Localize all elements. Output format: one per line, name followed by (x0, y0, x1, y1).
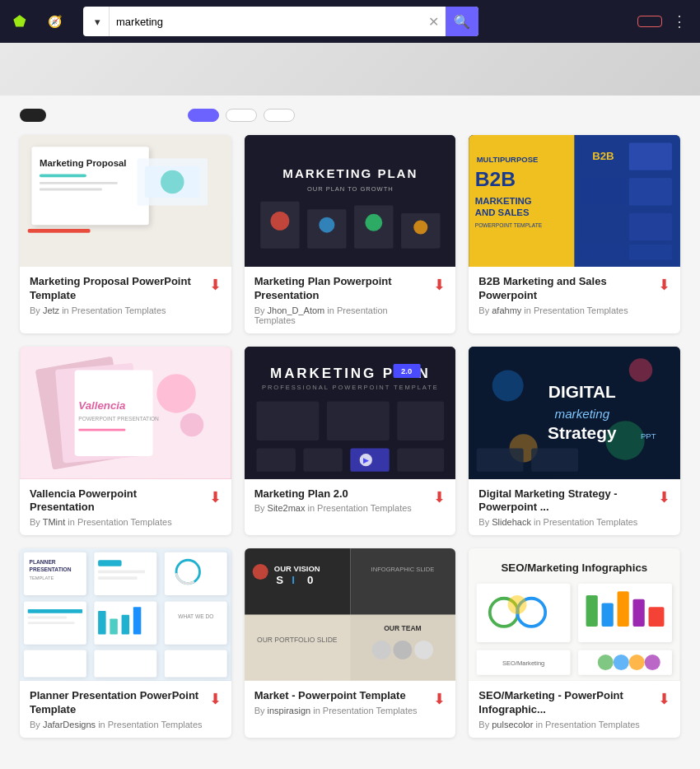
card-title: Marketing Proposal PowerPoint Template (30, 275, 203, 303)
card-9[interactable]: SEO/Marketing Infographics SEO/Marketing… (469, 548, 680, 737)
svg-point-107 (393, 641, 412, 659)
svg-rect-36 (629, 245, 672, 260)
svg-point-106 (372, 641, 391, 659)
svg-point-8 (161, 170, 184, 193)
clear-search-button[interactable]: ✕ (422, 14, 446, 30)
search-input[interactable] (110, 7, 422, 36)
svg-text:▶: ▶ (362, 457, 368, 465)
svg-rect-102 (245, 615, 350, 681)
card-info: SEO/Marketing - PowerPoint Infographic..… (469, 681, 680, 738)
card-info: Marketing Plan 2.0 By Site2max in Presen… (245, 479, 456, 522)
card-title: Marketing Plan 2.0 (254, 487, 427, 501)
svg-text:OUR PLAN TO GROWTH: OUR PLAN TO GROWTH (307, 185, 394, 193)
card-2[interactable]: MARKETING PLAN OUR PLAN TO GROWTH Market… (245, 135, 456, 333)
svg-rect-34 (629, 213, 672, 240)
download-button[interactable]: ⬇ (658, 276, 670, 294)
download-button[interactable]: ⬇ (433, 690, 446, 708)
svg-rect-123 (633, 599, 645, 627)
svg-text:POWERPOINT PRESENTATION: POWERPOINT PRESENTATION (78, 416, 159, 422)
svg-rect-124 (649, 608, 665, 627)
svg-text:Marketing Proposal: Marketing Proposal (40, 158, 127, 168)
card-7[interactable]: PLANNER PRESENTATION TEMPLATE WHAT WE DO… (20, 548, 231, 737)
download-button[interactable]: ⬇ (433, 488, 446, 506)
go-unlimited-button[interactable] (637, 16, 662, 27)
card-4[interactable]: Vallencia POWERPOINT PRESENTATION Vallen… (20, 347, 231, 535)
svg-text:S: S (276, 574, 283, 586)
svg-rect-120 (586, 595, 598, 627)
svg-text:OUR VISION: OUR VISION (274, 565, 320, 574)
svg-text:B2B: B2B (475, 168, 516, 190)
sort-buttons (188, 109, 295, 122)
svg-point-131 (645, 655, 660, 670)
card-6[interactable]: DIGITAL marketing Strategy PPT Digital M… (469, 347, 680, 535)
show-filters-button[interactable] (20, 109, 46, 122)
card-thumbnail: DIGITAL marketing Strategy PPT (469, 347, 680, 478)
svg-text:SEO/Marketing: SEO/Marketing (502, 660, 544, 668)
more-options-button[interactable]: ⋮ (672, 12, 687, 30)
card-title: Vallencia Powerpoint Presentation (30, 487, 203, 515)
logo[interactable]: ⬟ (13, 12, 31, 30)
svg-rect-76 (94, 552, 156, 595)
svg-rect-33 (582, 213, 625, 240)
download-button[interactable]: ⬇ (433, 276, 446, 294)
svg-rect-9 (28, 229, 91, 233)
card-5[interactable]: MARKETING PLAN 2.0 PROFESSIONAL POWERPOI… (245, 347, 456, 535)
svg-rect-31 (582, 178, 625, 205)
svg-rect-96 (165, 650, 227, 678)
svg-text:WHAT WE DO: WHAT WE DO (178, 614, 213, 620)
svg-text:Strategy: Strategy (548, 423, 617, 442)
svg-rect-3 (40, 174, 86, 177)
download-button[interactable]: ⬇ (658, 690, 670, 708)
svg-point-45 (180, 413, 203, 436)
sort-popular-button[interactable] (226, 109, 257, 122)
sort-relevant-button[interactable] (188, 109, 219, 122)
download-button[interactable]: ⬇ (658, 488, 670, 506)
card-text: Vallencia Powerpoint Presentation By TMi… (30, 487, 203, 528)
sort-new-button[interactable] (264, 109, 295, 122)
card-thumbnail: PLANNER PRESENTATION TEMPLATE WHAT WE DO (20, 548, 231, 680)
search-button[interactable]: 🔍 (446, 7, 478, 36)
svg-rect-92 (165, 602, 227, 645)
svg-rect-85 (28, 617, 67, 619)
card-author: By Site2max in Presentation Templates (254, 503, 427, 513)
header: ⬟ 🧭 ▾ ✕ 🔍 ⋮ (0, 0, 700, 43)
svg-text:marketing: marketing (555, 408, 610, 422)
svg-text:SEO/Marketing Infographics: SEO/Marketing Infographics (502, 562, 648, 575)
svg-text:POWERPOINT TEMPLATE: POWERPOINT TEMPLATE (475, 222, 543, 228)
svg-rect-94 (24, 650, 86, 678)
card-title: Digital Marketing Strategy - Powerpoint … (478, 487, 651, 515)
card-info: Market - Powerpoint Template By inspiras… (245, 681, 456, 724)
svg-point-129 (614, 655, 629, 670)
svg-text:OUR PORTFOLIO SLIDE: OUR PORTFOLIO SLIDE (257, 636, 338, 644)
download-button[interactable]: ⬇ (209, 276, 222, 294)
card-thumbnail: SEO/Marketing Infographics SEO/Marketing (469, 548, 680, 680)
svg-rect-91 (133, 608, 141, 635)
card-text: SEO/Marketing - PowerPoint Infographic..… (478, 689, 651, 729)
card-info: Planner Presentation PowerPoint Template… (20, 681, 231, 738)
card-8[interactable]: OUR VISION INFOGRAPHIC SLIDE OUR PORTFOL… (245, 548, 456, 737)
svg-rect-95 (94, 650, 156, 678)
svg-rect-53 (397, 402, 444, 440)
svg-point-118 (508, 595, 527, 614)
search-category-dropdown[interactable]: ▾ (83, 7, 110, 36)
svg-point-128 (598, 655, 614, 670)
card-1[interactable]: Marketing Proposal Marketing Proposal Po… (20, 135, 231, 333)
browse-button[interactable]: 🧭 (41, 15, 73, 28)
download-button[interactable]: ⬇ (209, 690, 222, 708)
card-text: Market - Powerpoint Template By inspiras… (254, 689, 427, 715)
card-author: By Slidehack in Presentation Templates (478, 517, 651, 527)
card-thumbnail: OUR VISION INFOGRAPHIC SLIDE OUR PORTFOL… (245, 548, 456, 680)
card-thumbnail: MARKETING PLAN OUR PLAN TO GROWTH (245, 135, 456, 267)
card-thumbnail: MULTIPURPOSE B2B MARKETING AND SALES POW… (469, 135, 680, 267)
card-info: Vallencia Powerpoint Presentation By TMi… (20, 479, 231, 536)
compass-icon: 🧭 (48, 15, 62, 28)
svg-rect-80 (165, 552, 227, 595)
svg-text:DIGITAL: DIGITAL (548, 382, 616, 401)
svg-text:PROFESSIONAL POWERPOINT TEMPLA: PROFESSIONAL POWERPOINT TEMPLATE (262, 384, 439, 391)
svg-point-18 (319, 217, 334, 233)
card-title: Planner Presentation PowerPoint Template (30, 689, 203, 717)
svg-rect-54 (256, 449, 295, 472)
svg-rect-122 (618, 592, 629, 627)
card-3[interactable]: MULTIPURPOSE B2B MARKETING AND SALES POW… (469, 135, 680, 333)
download-button[interactable]: ⬇ (209, 488, 222, 506)
